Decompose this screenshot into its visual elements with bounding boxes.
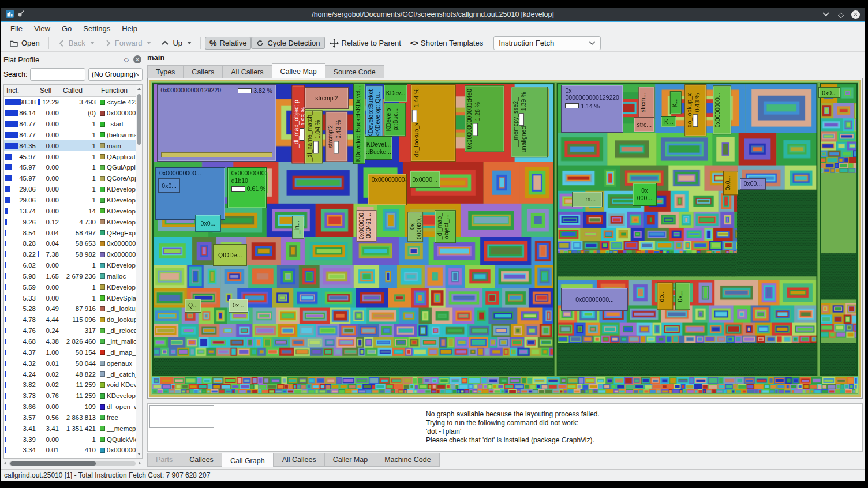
table-row[interactable]: 8.227.3858 9820x0000000	[4, 249, 136, 260]
tab-types[interactable]: Types	[147, 65, 183, 78]
treemap-block[interactable]: do_lookup_x0.43 %	[684, 84, 706, 136]
table-row[interactable]: 5.981.652 679 236malloc	[4, 271, 136, 282]
treemap-block[interactable]: do_lookup_x1.44 %	[411, 84, 456, 162]
treemap-block[interactable]: __memcpy_sse2_ unaligned1.39 %	[511, 87, 548, 157]
relative-toggle[interactable]: % Relative	[205, 37, 251, 50]
table-row[interactable]: 3.340.014100x0000000	[4, 445, 136, 456]
float-dock-icon[interactable]: ◇	[124, 56, 129, 63]
search-input[interactable]	[30, 68, 85, 81]
table-row[interactable]: 84.770.001(below mai	[4, 130, 136, 141]
table-row[interactable]: 29.060.001KDevelop::	[4, 184, 136, 195]
treemap-block[interactable]: K...	[661, 116, 676, 127]
close-dock-icon[interactable]: ×	[133, 55, 141, 63]
table-row[interactable]: 8.540.0458 497QRegExp::(	[4, 227, 136, 238]
column-header[interactable]: Function	[99, 85, 136, 96]
treemap-block[interactable]: 0x000000000031d4e01.28 %	[465, 85, 504, 152]
table-row[interactable]: 3.413.411 351 421__memcpy	[4, 423, 136, 434]
table-row[interactable]: 4.784.44115 096do_lookup	[4, 314, 136, 325]
treemap-block[interactable]: KDevel... ::Bucke...	[365, 136, 392, 159]
treemap-block[interactable]: 0x00000000001292203.82 %	[157, 84, 276, 162]
table-row[interactable]: 4.684.382 826 460_int_malloc	[4, 336, 136, 347]
relative-to-parent-toggle[interactable]: Relative to Parent	[325, 37, 406, 50]
treemap-block[interactable]: 0x...	[675, 282, 690, 310]
table-row[interactable]: 29.060.001KDevelop::	[4, 195, 136, 206]
event-type-select[interactable]: Instruction Fetch	[493, 36, 601, 50]
titlebar[interactable]: /home/sergobot/Documents/GCI/screenshots…	[1, 8, 865, 21]
splitter[interactable]	[147, 399, 863, 403]
table-row[interactable]: 98.3812.293 493<cycle 42>	[4, 97, 136, 108]
tab-source-code[interactable]: Source Code	[326, 65, 384, 78]
treemap-block[interactable]: _dl_map_object p1.96 %	[291, 85, 305, 163]
table-row[interactable]: 9.260.124 730KDevelop::	[4, 216, 136, 227]
treemap-block[interactable]: __m...	[572, 192, 603, 207]
menu-settings[interactable]: Settings	[77, 24, 116, 33]
tab-callee-map[interactable]: Callee Map	[272, 63, 326, 78]
forward-button[interactable]: Forward	[99, 37, 156, 50]
treemap-block[interactable]: 0x00000000...	[561, 288, 628, 311]
column-header[interactable]: Self	[38, 85, 61, 96]
table-row[interactable]: 5.590.001KDevelop::	[4, 281, 136, 292]
column-header[interactable]: Called	[61, 85, 99, 96]
treemap-block[interactable]: do...	[657, 282, 673, 310]
cycle-detection-toggle[interactable]: Cycle Detection	[251, 37, 324, 49]
treemap-block[interactable]: KDev...	[384, 84, 407, 102]
treemap-block[interactable]: 0x0000...	[410, 171, 440, 188]
table-row[interactable]: 13.740.0014KDevelop::	[4, 205, 136, 216]
tab-all-callees[interactable]: All Callees	[274, 453, 324, 467]
back-button[interactable]: Back	[53, 37, 99, 50]
table-row[interactable]: 3.660.00109dl_open_w	[4, 401, 136, 412]
table-row[interactable]: 84.770.001_start	[4, 119, 136, 130]
menu-go[interactable]: Go	[56, 24, 77, 33]
treemap-block[interactable]: 0x...	[229, 299, 248, 313]
table-row[interactable]: 4.760.24317_dl_relocat	[4, 325, 136, 336]
menu-view[interactable]: View	[28, 24, 56, 33]
table-row[interactable]: 4.371.0050 154_dl_map_o	[4, 347, 136, 358]
treemap-block[interactable]: KDevelop::Bucket <KDevelop::Qu...	[366, 85, 383, 141]
table-row[interactable]: 3.730.7611 259KDevelop::	[4, 391, 136, 401]
open-button[interactable]: Open	[5, 37, 44, 50]
treemap-block[interactable]: 0x0...	[195, 215, 220, 232]
treemap-block[interactable]: Q...	[185, 299, 202, 313]
menu-help[interactable]: Help	[116, 24, 143, 33]
treemap-block[interactable]: strcmp'20.43 %	[326, 111, 347, 162]
table-row[interactable]: 3.390.001QQuickVie	[4, 434, 136, 445]
shorten-templates-toggle[interactable]: <> Shorten Templates	[406, 37, 488, 49]
treemap-block[interactable]: 0x0000000...	[713, 85, 731, 134]
table-row[interactable]: 86.140.00(0)0x0000000	[4, 108, 136, 119]
table-row[interactable]: 6.020.001KDevelop::	[4, 260, 136, 271]
treemap-block[interactable]: _dl_map_ object_...	[435, 210, 456, 243]
grouping-select[interactable]: (No Grouping)	[88, 68, 143, 81]
table-row[interactable]: 45.970.001QCoreAppl	[4, 173, 136, 184]
table-row[interactable]: 3.820.0211 259void KDeve	[4, 380, 136, 391]
up-button[interactable]: Up	[156, 37, 196, 49]
treemap-block[interactable]: strc...	[634, 117, 654, 132]
maximize-button[interactable]: ◇	[836, 10, 845, 19]
treemap-block[interactable]: 0x00000000002 d1b100.61 %	[227, 167, 267, 208]
table-row[interactable]: 45.970.001QGuiApplic	[4, 162, 136, 173]
treemap-block[interactable]: 0x00...	[740, 178, 765, 190]
treemap-block[interactable]: 0x 00000000001292201.14 %	[561, 85, 623, 133]
table-header[interactable]: Incl.SelfCalledFunction	[4, 85, 142, 97]
treemap-block[interactable]: strcmp'2	[305, 87, 348, 109]
table-row[interactable]: 5.330.001KDevSplasl	[4, 292, 136, 303]
treemap-block[interactable]: 0x 000000...	[407, 212, 423, 242]
tab-parts[interactable]: Parts	[147, 453, 181, 467]
graph-overview-box[interactable]	[149, 405, 214, 428]
treemap-block[interactable]: K...	[670, 91, 682, 114]
menu-file[interactable]: File	[5, 24, 28, 33]
column-header[interactable]: Incl.	[4, 85, 38, 96]
table-row[interactable]: 4.240.0248 822_dl_catch_	[4, 369, 136, 380]
table-row[interactable]: 84.350.001main	[4, 140, 136, 151]
treemap-block[interactable]: QIODe...	[213, 244, 247, 266]
close-button[interactable]: ×	[851, 10, 860, 19]
table-row[interactable]: 4.320.0150 044openaux	[4, 358, 136, 369]
treemap-block[interactable]: 0x 000...	[633, 183, 657, 206]
tab-call-graph[interactable]: Call Graph	[222, 453, 274, 467]
tab-callers[interactable]: Callers	[183, 65, 222, 78]
treemap-block[interactable]: 0x000000... 000461...	[357, 210, 377, 242]
table-row[interactable]: 3.570.562 863 813free	[4, 412, 136, 423]
tab-machine-code[interactable]: Machine Code	[376, 453, 440, 467]
treemap-block[interactable]: 0x000000000...	[155, 167, 225, 220]
treemap-block[interactable]: 0x0000000034034be8	[368, 174, 407, 205]
table-row[interactable]: 8.280.0458 6530x0000000	[4, 238, 136, 249]
